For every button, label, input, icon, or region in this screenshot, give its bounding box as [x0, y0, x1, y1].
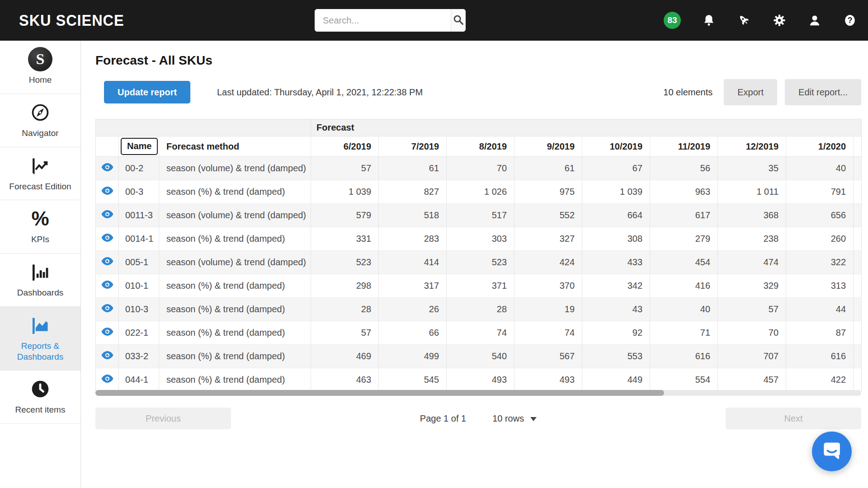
notification-count-badge[interactable]: 83 [664, 12, 681, 29]
partial-column-cell [854, 251, 862, 274]
forecast-value-cell: 567 [514, 345, 582, 368]
user-icon[interactable] [807, 13, 822, 28]
forecast-value-cell: 433 [582, 251, 650, 274]
clock-icon [30, 379, 50, 399]
eye-cell [96, 321, 119, 345]
table-group-header-row: Forecast [96, 119, 862, 136]
sidebar-item-home[interactable]: S Home [0, 41, 80, 94]
percent-icon: % [31, 208, 49, 229]
forecast-value-cell: 827 [379, 180, 447, 204]
forecast-value-cell: 61 [514, 157, 582, 180]
forecast-method-cell: season (%) & trend (damped) [159, 345, 311, 368]
sidebar-item-label: Forecast Edition [9, 181, 71, 192]
partial-column-header [854, 136, 862, 157]
line-chart-icon [30, 155, 50, 176]
sku-logo-icon: S [28, 49, 52, 70]
sidebar-item-forecast-edition[interactable]: Forecast Edition [0, 147, 80, 201]
forecast-value-cell: 371 [447, 274, 514, 298]
eye-icon[interactable] [101, 328, 113, 336]
forecast-value-cell: 260 [786, 227, 854, 251]
horizontal-scrollbar-thumb[interactable] [95, 390, 664, 396]
table-row: 044-1 season (%) & trend (damped) 463 54… [96, 368, 862, 392]
eye-icon[interactable] [101, 187, 113, 195]
brand-logo[interactable]: SKU SCIENCE [19, 0, 124, 41]
table-row: 033-2 season (%) & trend (damped) 469 49… [96, 345, 862, 368]
forecast-value-cell: 579 [311, 204, 379, 227]
sidebar-item-dashboards[interactable]: Dashboards [0, 253, 80, 307]
sku-name-cell: 00-3 [119, 180, 159, 204]
forecast-value-cell: 57 [311, 157, 379, 180]
eye-icon[interactable] [101, 304, 113, 312]
forecast-value-cell: 67 [582, 157, 650, 180]
eye-cell [96, 345, 119, 368]
sku-name-cell: 00-2 [119, 157, 159, 180]
chat-launcher-button[interactable] [812, 432, 852, 471]
area-chart-icon [30, 315, 50, 336]
search-icon [452, 14, 465, 28]
sidebar-item-label: Dashboards [17, 287, 63, 298]
sidebar-item-recent-items[interactable]: Recent items [0, 371, 80, 424]
forecast-value-cell: 963 [650, 180, 718, 204]
forecast-method-cell: season (%) & trend (damped) [159, 321, 311, 345]
next-page-button[interactable]: Next [726, 408, 861, 429]
eye-icon[interactable] [101, 281, 113, 289]
forecast-value-cell: 298 [311, 274, 379, 298]
table-row: 005-1 season (volume) & trend (damped) 5… [96, 251, 862, 274]
bar-chart-icon [30, 262, 50, 282]
sidebar-item-label: Navigator [22, 128, 58, 139]
forecast-value-cell: 617 [650, 204, 718, 227]
search-input[interactable] [315, 9, 451, 32]
eye-cell [96, 204, 119, 227]
forecast-value-cell: 616 [786, 345, 854, 368]
forecast-value-cell: 553 [582, 345, 650, 368]
top-bar: SKU SCIENCE 83 ? [0, 0, 868, 41]
search-button[interactable] [451, 9, 466, 32]
rows-per-page-select[interactable]: 10 rows [492, 413, 537, 424]
forecast-value-cell: 43 [582, 298, 650, 321]
help-icon[interactable]: ? [843, 13, 857, 28]
eye-icon[interactable] [101, 234, 113, 242]
eye-icon[interactable] [101, 210, 113, 218]
horizontal-scrollbar[interactable] [95, 390, 861, 396]
forecast-value-cell: 19 [514, 298, 582, 321]
partial-column-cell [854, 157, 862, 180]
partial-column-cell [854, 298, 862, 321]
forecast-value-cell: 28 [311, 298, 379, 321]
forecast-value-cell: 303 [447, 227, 514, 251]
sidebar-item-kpis[interactable]: % KPIs [0, 200, 80, 253]
sidebar-item-reports-dashboards[interactable]: Reports & Dashboards [0, 307, 80, 371]
name-header-box[interactable]: Name [121, 138, 158, 155]
export-button[interactable]: Export [724, 79, 777, 105]
sku-name-cell: 022-1 [119, 321, 159, 345]
forecast-value-cell: 313 [786, 274, 854, 298]
sku-name-cell: 005-1 [119, 251, 159, 274]
eye-icon[interactable] [101, 351, 113, 359]
update-report-button[interactable]: Update report [104, 81, 190, 103]
search-bar [315, 9, 466, 32]
forecast-value-cell: 87 [786, 321, 854, 345]
eye-icon[interactable] [101, 257, 113, 265]
month-column-header: 9/2019 [514, 136, 582, 157]
eye-icon[interactable] [101, 163, 113, 171]
forecast-method-cell: season (%) & trend (damped) [159, 298, 311, 321]
forecast-value-cell: 66 [379, 321, 447, 345]
eye-icon[interactable] [101, 375, 113, 383]
rocket-icon[interactable] [737, 13, 751, 28]
partial-column-cell [854, 180, 862, 204]
forecast-value-cell: 92 [582, 321, 650, 345]
forecast-value-cell: 56 [650, 157, 718, 180]
month-column-header: 1/2020 [786, 136, 854, 157]
sidebar-item-navigator[interactable]: Navigator [0, 94, 80, 147]
gear-icon[interactable] [772, 13, 787, 28]
forecast-value-cell: 308 [582, 227, 650, 251]
table-row: 010-3 season (%) & trend (damped) 28 26 … [96, 298, 862, 321]
forecast-value-cell: 279 [650, 227, 718, 251]
bell-icon[interactable] [702, 13, 716, 28]
elements-count: 10 elements [663, 87, 712, 98]
partial-column-cell [854, 227, 862, 251]
name-column-header: Name [119, 136, 159, 157]
eye-cell [96, 368, 119, 392]
edit-report-button[interactable]: Edit report... [785, 79, 861, 105]
partial-column-cell [854, 274, 862, 298]
forecast-value-cell: 422 [786, 368, 854, 392]
